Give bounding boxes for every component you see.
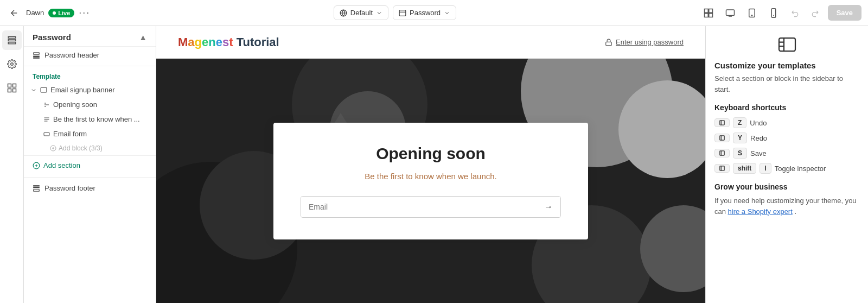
desktop-icon-btn[interactable] bbox=[722, 4, 739, 22]
password-label: Password bbox=[410, 9, 441, 17]
lock-icon bbox=[605, 39, 612, 46]
settings-icon-btn[interactable] bbox=[2, 54, 22, 74]
add-block-button[interactable]: Add block (3/3) bbox=[24, 141, 156, 155]
heading-icon bbox=[43, 102, 50, 108]
email-signup-banner-label: Email signup banner bbox=[50, 86, 115, 94]
sidebar-item-opening-soon[interactable]: Opening soon bbox=[24, 97, 156, 112]
shortcut-save: S Save bbox=[714, 148, 859, 159]
preview-header: Magenest Tutorial Enter using password bbox=[156, 26, 705, 59]
default-dropdown[interactable]: Default bbox=[334, 5, 388, 20]
svg-point-8 bbox=[751, 15, 752, 16]
panel-title: Password bbox=[33, 33, 71, 42]
customize-icon-btn[interactable] bbox=[700, 4, 717, 22]
live-label: Live bbox=[58, 10, 70, 16]
tablet-icon-btn[interactable] bbox=[743, 4, 761, 22]
shortcut-undo: Z Undo bbox=[714, 117, 859, 128]
svg-rect-11 bbox=[8, 40, 16, 41]
add-section-label: Add section bbox=[43, 161, 80, 169]
main-layout: Password ▲ Password header Template Emai… bbox=[0, 26, 868, 303]
password-link-text: Enter using password bbox=[616, 38, 684, 46]
svg-rect-21 bbox=[41, 87, 47, 92]
sidebar-item-email-form[interactable]: Email form bbox=[24, 127, 156, 141]
sidebar-item-password-header[interactable]: Password header bbox=[24, 47, 156, 64]
footer-icon bbox=[33, 185, 40, 192]
svg-rect-32 bbox=[779, 38, 795, 51]
password-footer-label: Password footer bbox=[44, 184, 95, 192]
more-options-button[interactable]: ··· bbox=[79, 7, 90, 18]
chevron-down-icon bbox=[376, 10, 382, 16]
topbar-right: Save bbox=[700, 4, 861, 22]
sidebar-item-email-signup-banner[interactable]: Email signup banner bbox=[24, 83, 156, 97]
z-key: Z bbox=[733, 117, 746, 128]
modifier-key bbox=[714, 149, 730, 157]
rp-keyboard-title: Keyboard shortcuts bbox=[714, 103, 859, 112]
password-header-label: Password header bbox=[44, 51, 99, 59]
svg-rect-19 bbox=[34, 56, 40, 56]
live-dot bbox=[53, 11, 56, 15]
svg-rect-16 bbox=[8, 89, 11, 92]
theme-name: Dawn bbox=[26, 9, 44, 17]
svg-rect-2 bbox=[704, 9, 708, 12]
svg-rect-20 bbox=[34, 58, 40, 58]
rp-title: Customize your templates bbox=[714, 61, 859, 70]
live-badge: Live bbox=[48, 9, 74, 17]
default-label: Default bbox=[350, 9, 373, 17]
redo-button[interactable] bbox=[806, 4, 824, 22]
enter-password-link[interactable]: Enter using password bbox=[605, 38, 684, 46]
svg-rect-18 bbox=[34, 52, 40, 54]
undo-button[interactable] bbox=[787, 4, 804, 22]
modifier-key bbox=[714, 118, 730, 127]
undo-label: Undo bbox=[750, 119, 767, 127]
rp-desc: Select a section or block in the sidebar… bbox=[714, 73, 859, 94]
preview-page: Magenest Tutorial Enter using password bbox=[156, 26, 705, 303]
scroll-up-button[interactable]: ▲ bbox=[139, 33, 147, 42]
modifier-key bbox=[714, 164, 730, 173]
sections-panel: Password ▲ Password header Template Emai… bbox=[24, 26, 156, 303]
hire-expert-link[interactable]: hire a Shopify expert bbox=[728, 207, 793, 216]
svg-rect-10 bbox=[8, 36, 16, 38]
email-submit-button[interactable]: → bbox=[537, 197, 560, 217]
password-dropdown[interactable]: Password bbox=[393, 5, 456, 20]
canvas: Magenest Tutorial Enter using password bbox=[156, 26, 705, 303]
i-key: I bbox=[760, 163, 771, 174]
card-subtitle: Be the first to know when we launch. bbox=[301, 172, 561, 181]
topbar: Dawn Live ··· Default Password bbox=[0, 0, 868, 26]
svg-rect-4 bbox=[704, 13, 708, 17]
back-button[interactable] bbox=[7, 5, 22, 21]
svg-rect-6 bbox=[726, 10, 734, 16]
svg-rect-31 bbox=[606, 42, 612, 45]
sidebar-item-be-first[interactable]: Be the first to know when ... bbox=[24, 112, 156, 127]
redo-label: Redo bbox=[750, 134, 767, 142]
undo-redo-group bbox=[787, 4, 824, 22]
y-key: Y bbox=[733, 132, 747, 143]
icon-sidebar bbox=[0, 26, 24, 303]
svg-rect-30 bbox=[34, 187, 40, 187]
be-first-label: Be the first to know when ... bbox=[53, 115, 140, 123]
mobile-icon-btn[interactable] bbox=[765, 4, 782, 22]
svg-rect-37 bbox=[720, 151, 724, 155]
panel-header: Password ▲ bbox=[24, 26, 156, 47]
shift-key: shift bbox=[733, 163, 756, 174]
modifier-key bbox=[714, 134, 730, 142]
plus-circle-icon bbox=[50, 145, 56, 152]
add-section-button[interactable]: Add section bbox=[24, 155, 156, 175]
sections-icon-btn[interactable] bbox=[2, 30, 22, 50]
customize-icon bbox=[777, 35, 797, 54]
header-icon bbox=[33, 52, 40, 59]
svg-rect-25 bbox=[44, 132, 49, 136]
svg-rect-3 bbox=[709, 9, 712, 12]
sidebar-item-password-footer[interactable]: Password footer bbox=[24, 180, 156, 197]
save-button[interactable]: Save bbox=[828, 5, 861, 21]
preview-logo: Magenest Tutorial bbox=[178, 35, 279, 49]
svg-rect-5 bbox=[709, 13, 712, 17]
svg-rect-1 bbox=[399, 10, 406, 16]
email-input[interactable] bbox=[301, 197, 537, 217]
topbar-left: Dawn Live ··· bbox=[7, 5, 90, 21]
apps-icon-btn[interactable] bbox=[2, 78, 22, 98]
text-icon bbox=[43, 116, 50, 123]
svg-point-13 bbox=[10, 63, 13, 66]
right-panel: Customize your templates Select a sectio… bbox=[705, 26, 868, 303]
shortcut-redo: Y Redo bbox=[714, 132, 859, 143]
grow-desc-end: . bbox=[794, 207, 796, 216]
opening-soon-label: Opening soon bbox=[53, 100, 97, 109]
